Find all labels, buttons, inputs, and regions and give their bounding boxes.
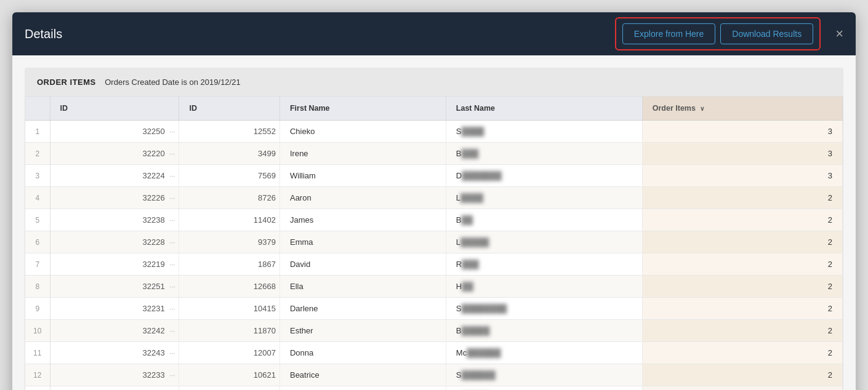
cell-last-name: R███ (446, 253, 642, 276)
table-row: 132250 ···12552ChiekoS████3 (25, 121, 843, 143)
modal-title: Details (25, 27, 62, 41)
cell-customer-id: 12668 (179, 276, 280, 298)
modal-header: Details Explore from Here Download Resul… (12, 12, 856, 55)
table-row: 632228 ···9379EmmaL█████2 (25, 231, 843, 253)
close-button[interactable]: × (835, 27, 843, 41)
cell-last-name: H██ (446, 276, 642, 298)
table-row: 932231 ···10415DarleneS████████2 (25, 298, 843, 320)
cell-last-name: B█████ (446, 320, 642, 342)
cell-order-id: 32250 ··· (50, 121, 179, 143)
cell-row-num: 3 (25, 165, 50, 187)
table-row: 332224 ···7569WilliamD███████3 (25, 165, 843, 187)
cell-first-name: James (279, 209, 446, 231)
cell-last-name: D███████ (446, 165, 642, 187)
cell-last-name: C█████ (446, 386, 642, 391)
cell-customer-id: 7569 (179, 165, 280, 187)
cell-last-name: B██ (446, 209, 642, 231)
cell-customer-id: 11870 (179, 320, 280, 342)
cell-order-items: 3 (642, 121, 842, 143)
cell-order-id: 32251 ··· (50, 276, 179, 298)
table-row: 432226 ···8726AaronL████2 (25, 187, 843, 209)
cell-row-num: 2 (25, 143, 50, 165)
cell-first-name: Irene (279, 143, 446, 165)
col-header-rownum (25, 97, 50, 121)
col-header-customer-id[interactable]: ID (179, 97, 280, 121)
modal-body: ORDER ITEMS Orders Created Date is on 20… (12, 55, 856, 390)
cell-order-id: 32242 ··· (50, 320, 179, 342)
data-table: ID ID First Name Last Name Order Items ∨… (25, 97, 843, 390)
cell-last-name: S████ (446, 121, 642, 143)
cell-customer-id: 8726 (179, 187, 280, 209)
cell-order-items: 3 (642, 143, 842, 165)
col-header-first-name[interactable]: First Name (279, 97, 446, 121)
cell-row-num: 5 (25, 209, 50, 231)
cell-row-num: 7 (25, 253, 50, 276)
cell-last-name: S████████ (446, 298, 642, 320)
cell-customer-id: 12552 (179, 121, 280, 143)
header-actions-group: Explore from Here Download Results (615, 17, 821, 50)
section-filter: Orders Created Date is on 2019/12/21 (105, 78, 240, 87)
table-row: 732219 ···1867DavidR███2 (25, 253, 843, 276)
cell-first-name: Emma (279, 231, 446, 253)
cell-last-name: L█████ (446, 231, 642, 253)
cell-row-num: 12 (25, 364, 50, 386)
col-header-order-id[interactable]: ID (50, 97, 179, 121)
cell-order-items: 2 (642, 231, 842, 253)
cell-first-name: Donna (279, 342, 446, 364)
cell-customer-id: 1867 (179, 253, 280, 276)
table-row: 232220 ···3499IreneB███3 (25, 143, 843, 165)
cell-first-name: Aaron (279, 187, 446, 209)
cell-order-id: 32233 ··· (50, 364, 179, 386)
cell-order-items: 2 (642, 298, 842, 320)
cell-first-name: Darlene (279, 298, 446, 320)
cell-last-name: L████ (446, 187, 642, 209)
cell-order-id: 32224 ··· (50, 165, 179, 187)
table-row: 1332234 ···10653SherrieC█████2 (25, 386, 843, 391)
col-header-last-name[interactable]: Last Name (446, 97, 642, 121)
cell-customer-id: 10653 (179, 386, 280, 391)
section-header: ORDER ITEMS Orders Created Date is on 20… (25, 68, 843, 96)
cell-order-items: 2 (642, 276, 842, 298)
cell-order-items: 2 (642, 386, 842, 391)
cell-order-id: 32220 ··· (50, 143, 179, 165)
cell-customer-id: 10621 (179, 364, 280, 386)
table-row: 832251 ···12668EllaH██2 (25, 276, 843, 298)
cell-row-num: 1 (25, 121, 50, 143)
cell-row-num: 10 (25, 320, 50, 342)
table-row: 1232233 ···10621BeatriceS██████2 (25, 364, 843, 386)
cell-first-name: Beatrice (279, 364, 446, 386)
download-results-button[interactable]: Download Results (720, 23, 813, 44)
cell-order-id: 32243 ··· (50, 342, 179, 364)
cell-order-id: 32234 ··· (50, 386, 179, 391)
explore-from-here-button[interactable]: Explore from Here (622, 23, 716, 44)
cell-order-items: 2 (642, 209, 842, 231)
cell-first-name: Chieko (279, 121, 446, 143)
cell-order-items: 2 (642, 320, 842, 342)
cell-row-num: 13 (25, 386, 50, 391)
cell-order-items: 2 (642, 253, 842, 276)
cell-customer-id: 9379 (179, 231, 280, 253)
table-row: 1132243 ···12007DonnaMc██████2 (25, 342, 843, 364)
cell-row-num: 6 (25, 231, 50, 253)
sort-desc-icon: ∨ (700, 105, 704, 112)
cell-order-id: 32226 ··· (50, 187, 179, 209)
cell-first-name: Sherrie (279, 386, 446, 391)
modal-container: Details Explore from Here Download Resul… (12, 12, 856, 390)
cell-first-name: William (279, 165, 446, 187)
section-tag: ORDER ITEMS (37, 78, 96, 87)
cell-customer-id: 12007 (179, 342, 280, 364)
cell-order-items: 2 (642, 342, 842, 364)
cell-row-num: 4 (25, 187, 50, 209)
table-header-row: ID ID First Name Last Name Order Items ∨ (25, 97, 843, 121)
cell-customer-id: 11402 (179, 209, 280, 231)
cell-order-items: 2 (642, 187, 842, 209)
cell-row-num: 8 (25, 276, 50, 298)
cell-order-id: 32219 ··· (50, 253, 179, 276)
cell-order-items: 3 (642, 165, 842, 187)
cell-order-items: 2 (642, 364, 842, 386)
cell-first-name: David (279, 253, 446, 276)
cell-last-name: S██████ (446, 364, 642, 386)
col-header-order-items[interactable]: Order Items ∨ (642, 97, 842, 121)
cell-first-name: Ella (279, 276, 446, 298)
cell-customer-id: 10415 (179, 298, 280, 320)
